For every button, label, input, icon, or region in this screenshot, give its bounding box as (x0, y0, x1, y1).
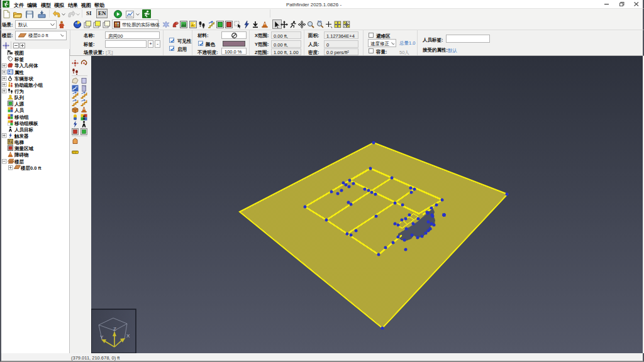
svg-text:X: X (126, 333, 130, 339)
svg-text:Z: Z (113, 326, 116, 332)
svg-text:Y: Y (100, 334, 104, 340)
